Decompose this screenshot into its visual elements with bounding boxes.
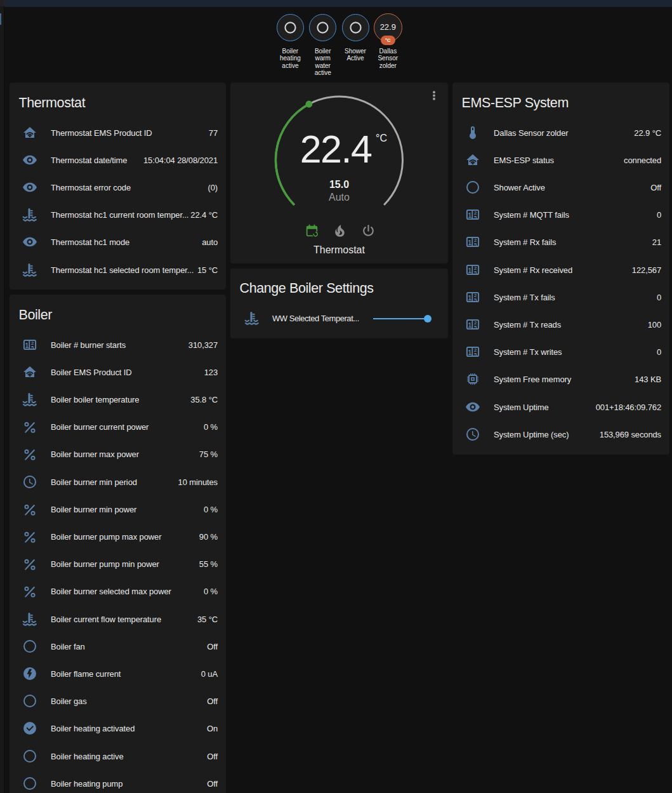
svg-text:5: 5: [474, 352, 477, 357]
svg-text:5: 5: [474, 270, 477, 276]
svg-text:1: 1: [468, 349, 471, 356]
svg-text:5: 5: [474, 324, 477, 330]
svg-text:1: 1: [468, 267, 471, 274]
svg-text:5: 5: [474, 297, 477, 303]
svg-text:5: 5: [474, 242, 477, 248]
svg-text:1: 1: [468, 212, 471, 219]
svg-text:5: 5: [31, 345, 34, 350]
svg-text:5: 5: [474, 215, 477, 220]
svg-text:1: 1: [468, 321, 471, 328]
svg-text:1: 1: [468, 294, 471, 301]
svg-text:1: 1: [25, 342, 29, 349]
svg-text:1: 1: [468, 239, 471, 246]
